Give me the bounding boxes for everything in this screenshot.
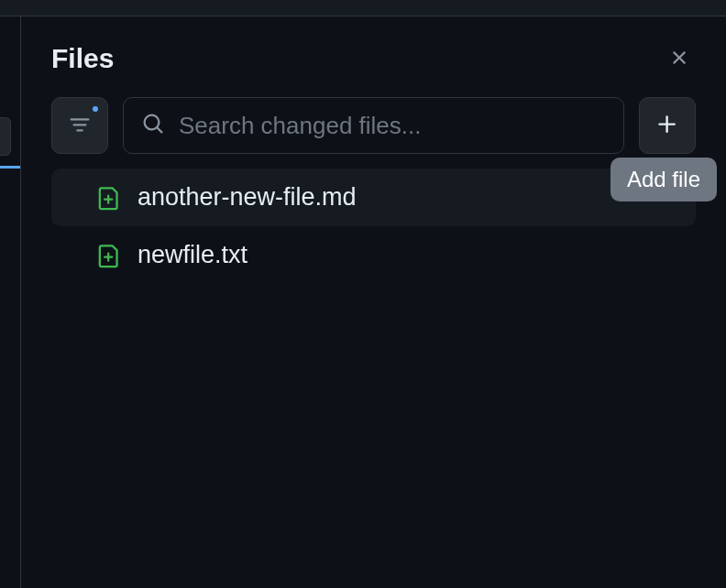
file-list: another-new-file.md newfile.txt xyxy=(51,169,696,284)
search-box[interactable] xyxy=(123,97,624,154)
search-icon xyxy=(142,113,164,138)
toolbar: Add file xyxy=(51,97,696,169)
file-name: newfile.txt xyxy=(138,241,248,269)
add-file-button[interactable]: Add file xyxy=(639,97,696,154)
plus-icon xyxy=(655,113,679,139)
file-row[interactable]: newfile.txt xyxy=(51,226,696,284)
file-row[interactable]: another-new-file.md xyxy=(51,169,696,226)
file-added-icon xyxy=(97,242,121,269)
filter-button[interactable] xyxy=(51,97,108,154)
filter-icon xyxy=(69,114,91,138)
file-name: another-new-file.md xyxy=(138,183,357,212)
panel-header: Files xyxy=(51,16,696,97)
panel-title: Files xyxy=(51,43,114,74)
top-bar xyxy=(0,0,726,16)
left-edge-tab-fragment[interactable] xyxy=(0,117,11,156)
close-button[interactable] xyxy=(663,42,696,75)
search-input[interactable] xyxy=(179,112,605,140)
close-icon xyxy=(668,47,690,71)
file-added-icon xyxy=(97,184,121,212)
left-edge-underline xyxy=(0,166,20,169)
left-edge xyxy=(0,16,20,588)
files-panel: Files Add file xyxy=(20,16,726,588)
add-file-tooltip: Add file xyxy=(610,158,717,201)
